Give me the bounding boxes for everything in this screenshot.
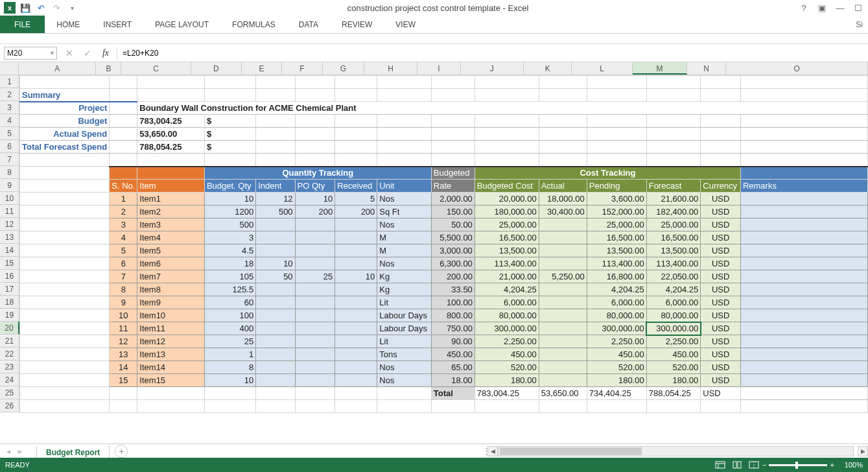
cell[interactable]: Remarks [740, 180, 867, 193]
cell[interactable]: Item15 [137, 374, 205, 387]
cell[interactable] [295, 283, 335, 296]
cell[interactable]: 5,250.00 [539, 270, 587, 283]
cell[interactable] [539, 244, 587, 257]
cell[interactable]: 25,000.00 [587, 218, 646, 231]
cell[interactable]: 152,000.00 [587, 206, 646, 218]
cell[interactable] [646, 154, 701, 167]
cell[interactable] [335, 296, 377, 309]
cell[interactable]: 182,400.00 [646, 206, 701, 218]
cell[interactable] [295, 244, 335, 257]
add-sheet-icon[interactable]: + [115, 445, 128, 458]
cell[interactable]: 200 [295, 206, 335, 218]
cell[interactable] [20, 180, 110, 193]
column-header[interactable]: M [633, 62, 687, 75]
cell[interactable] [539, 335, 587, 348]
cell[interactable] [646, 128, 701, 141]
cell[interactable] [256, 374, 295, 387]
cell[interactable] [110, 387, 137, 400]
cell[interactable] [740, 167, 867, 180]
cell[interactable]: 3 [204, 231, 255, 244]
cell[interactable]: 22,050.00 [646, 270, 701, 283]
ribbon-display-icon[interactable]: ▣ [815, 3, 829, 13]
cell[interactable] [20, 244, 110, 257]
zoom-in-icon[interactable]: + [830, 461, 834, 469]
cell[interactable] [475, 89, 539, 102]
cell[interactable]: 1200 [204, 206, 255, 218]
cell[interactable]: 3,600.00 [587, 193, 646, 206]
cell[interactable] [335, 361, 377, 374]
cell[interactable] [110, 141, 137, 154]
sheet-nav-last-icon[interactable]: ▸ [14, 447, 26, 456]
cell[interactable] [335, 128, 377, 141]
cell[interactable]: 4.5 [204, 244, 255, 257]
cell[interactable]: 2 [110, 206, 137, 218]
cell[interactable] [701, 89, 741, 102]
cell[interactable]: Nos [377, 193, 431, 206]
spreadsheet-grid[interactable]: ABCDEFGHIJKLMNO 123456789101112131415161… [0, 62, 868, 443]
cell[interactable] [740, 296, 867, 309]
horizontal-scrollbar[interactable] [498, 446, 854, 456]
cell[interactable] [539, 218, 587, 231]
cell[interactable] [475, 115, 539, 128]
cell[interactable]: 2,250.00 [587, 335, 646, 348]
row-header[interactable]: 25 [0, 386, 19, 399]
column-header[interactable]: N [687, 62, 727, 75]
hscroll-left-icon[interactable]: ◀ [487, 446, 498, 456]
row-header[interactable]: 2 [0, 88, 19, 101]
row-header[interactable]: 11 [0, 205, 19, 218]
cell[interactable]: Boundary Wall Construction for ACME Chem… [137, 102, 868, 115]
cell[interactable] [539, 348, 587, 361]
cell[interactable] [335, 244, 377, 257]
cell[interactable]: 15 [110, 374, 137, 387]
cell[interactable] [256, 309, 295, 322]
formula-input[interactable] [117, 47, 868, 60]
cell[interactable]: USD [701, 335, 741, 348]
cell[interactable] [20, 283, 110, 296]
cell[interactable]: 3,000.00 [431, 244, 475, 257]
cell[interactable]: 5 [335, 193, 377, 206]
cell[interactable]: USD [701, 218, 741, 231]
column-header[interactable]: B [96, 62, 121, 75]
cell[interactable]: Item6 [137, 257, 205, 270]
cell[interactable]: Nos [377, 257, 431, 270]
row-header[interactable]: 3 [0, 101, 19, 114]
sheet-nav-first-icon[interactable]: ◂ [3, 447, 14, 456]
cell[interactable] [475, 128, 539, 141]
cell[interactable]: USD [701, 193, 741, 206]
cell[interactable]: Item14 [137, 361, 205, 374]
cell[interactable]: 180,000.00 [475, 206, 539, 218]
cell[interactable]: 300,000.00 [646, 322, 701, 335]
row-header[interactable]: 6 [0, 140, 19, 153]
hscroll-right-icon[interactable]: ▶ [858, 446, 868, 456]
cell[interactable] [256, 400, 295, 413]
cell[interactable]: 150.00 [431, 206, 475, 218]
column-header[interactable]: I [417, 62, 460, 75]
cell[interactable] [256, 141, 295, 154]
cell[interactable]: Pending [587, 180, 646, 193]
cell[interactable]: Nos [377, 374, 431, 387]
cell[interactable] [740, 361, 867, 374]
cell[interactable] [20, 309, 110, 322]
cell[interactable]: 25 [204, 335, 255, 348]
cell[interactable] [110, 154, 137, 167]
cell[interactable]: Total Forecast Spend [20, 141, 110, 154]
cell[interactable]: 21,600.00 [646, 193, 701, 206]
cell[interactable] [335, 283, 377, 296]
cell[interactable] [646, 89, 701, 102]
column-header[interactable]: A [19, 62, 96, 75]
cell[interactable]: USD [701, 270, 741, 283]
redo-icon[interactable]: ↷ [49, 1, 64, 14]
cell[interactable] [335, 115, 377, 128]
cell[interactable]: Item [137, 180, 205, 193]
cell[interactable] [335, 348, 377, 361]
cell[interactable]: 50.00 [431, 218, 475, 231]
help-icon[interactable]: ? [797, 3, 811, 13]
cell[interactable] [740, 115, 867, 128]
cell[interactable] [256, 76, 295, 89]
cell[interactable] [256, 218, 295, 231]
cell[interactable]: 2,000.00 [431, 193, 475, 206]
cell[interactable] [587, 154, 646, 167]
cell[interactable]: 4,204.25 [475, 283, 539, 296]
excel-icon[interactable]: x [3, 1, 17, 14]
cell[interactable]: Nos [377, 361, 431, 374]
